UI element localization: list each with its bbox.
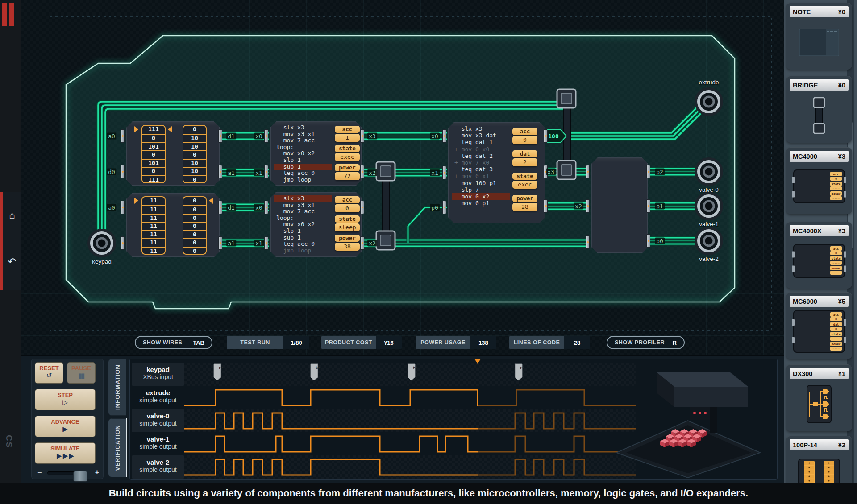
chip-port[interactable]	[360, 165, 364, 178]
acc-register: acc1	[335, 126, 360, 142]
mc4000-chip-bottom[interactable]: slx x3 mov x3 x1 mov 7 accloop: mov x0 x…	[270, 192, 362, 257]
wire-label: a0	[107, 133, 116, 140]
register-label: power	[335, 235, 360, 242]
show-wires-indicator[interactable]: SHOW WIRESTAB	[135, 336, 212, 349]
chip-port[interactable]	[264, 201, 268, 214]
chip-port[interactable]	[218, 201, 222, 214]
reset-icon: ↺	[35, 372, 63, 379]
pause-button[interactable]: PAUSE ▮▮	[67, 362, 96, 384]
palette-item-header: 100P-14¥2	[790, 439, 849, 450]
palette-item-mc4000x[interactable]: MC4000X¥3acc0state----power----	[786, 222, 852, 289]
memory-column: 0000000	[183, 196, 207, 255]
palette-item-header: NOTE¥0	[790, 6, 849, 17]
chip-port[interactable]	[360, 236, 364, 250]
io-label: valve-2	[699, 256, 719, 262]
code-line: teq dat 1	[452, 139, 510, 145]
chip-port[interactable]	[360, 129, 364, 143]
register-value: exec	[335, 153, 360, 161]
wire-label: p2	[655, 169, 665, 175]
memory-chip-top[interactable]: 11101010101011101010010100	[126, 121, 220, 186]
register-value: 28	[512, 203, 537, 211]
chip-port[interactable]	[442, 201, 446, 214]
step-button[interactable]: STEP ▷	[35, 389, 96, 410]
io-label: valve-0	[699, 186, 719, 193]
memory-cell: 0	[183, 230, 206, 238]
caption-text: Build circuits using a variety of compon…	[0, 483, 857, 504]
io-label: keypad	[92, 258, 112, 265]
game-logo: CS	[4, 435, 14, 448]
show-profiler-indicator[interactable]: SHOW PROFILERR	[607, 336, 685, 349]
chip-port[interactable]	[218, 236, 222, 250]
chip-port[interactable]	[264, 236, 268, 250]
slider-track[interactable]	[47, 471, 87, 475]
tab-information[interactable]: INFORMATION	[108, 359, 126, 416]
code-listing[interactable]: slx x3 mov x3 dat teq dat 1+ mov 0 x0 te…	[452, 125, 510, 207]
mc6000-chip[interactable]: slx x3 mov x3 dat teq dat 1+ mov 0 x0 te…	[448, 122, 545, 223]
code-line: mov x0 x2	[274, 150, 332, 157]
chip-port[interactable]	[121, 201, 125, 214]
chip-port[interactable]	[121, 236, 125, 250]
mc4000-chip-top[interactable]: slx x3 mov x3 x1 mov 7 accloop: mov x0 x…	[270, 121, 362, 186]
power-usage-indicator: POWER USAGE138	[416, 336, 496, 349]
chip-port[interactable]	[646, 199, 650, 213]
component-name: MC6000	[793, 298, 817, 305]
code-listing[interactable]: slx x3 mov x3 x1 mov 7 accloop: mov x0 x…	[274, 124, 332, 183]
svg-text:state: state	[831, 257, 840, 260]
undo-icon[interactable]: ↶	[5, 254, 19, 269]
chip-port[interactable]	[360, 201, 364, 214]
code-line: teq dat 3	[452, 166, 510, 173]
palette-item-mc4000[interactable]: MC4000¥3acc0state----power----	[786, 147, 852, 214]
dx300-chip[interactable]	[591, 157, 648, 253]
tab-verification[interactable]: VERIFICATION	[108, 418, 126, 477]
chip-port[interactable]	[218, 129, 222, 143]
chip-port[interactable]	[586, 235, 590, 249]
state-register: stateexec	[512, 173, 537, 189]
lines-of-code-indicator: LINES OF CODE28	[509, 336, 590, 349]
speed-plus[interactable]: +	[95, 468, 99, 476]
home-icon[interactable]: ⌂	[5, 208, 19, 223]
chip-port[interactable]	[121, 129, 125, 143]
chip-port[interactable]	[264, 165, 268, 178]
chip-port[interactable]	[442, 129, 446, 143]
memory-cell: 0	[183, 197, 206, 205]
svg-text:0: 0	[835, 327, 837, 331]
component-price: ¥3	[838, 227, 845, 235]
palette-item-dx300[interactable]: DX300¥1	[786, 364, 852, 431]
advance-button[interactable]: ADVANCE ▶	[35, 416, 96, 437]
reset-button[interactable]: RESET ↺	[35, 362, 63, 384]
code-listing[interactable]: slx x3 mov x3 x1 mov 7 accloop: mov x0 x…	[274, 195, 332, 254]
chip-port[interactable]	[442, 166, 446, 179]
code-line: loop:	[274, 215, 332, 222]
register-value: exec	[512, 181, 537, 189]
wire-label: a1	[226, 169, 236, 176]
chip-port[interactable]	[218, 165, 222, 178]
palette-item-100p-14[interactable]: 100P-14¥2	[786, 436, 852, 483]
speed-minus[interactable]: −	[37, 468, 42, 476]
palette-item-note[interactable]: NOTE¥0	[786, 3, 852, 70]
acc-register: acc0	[512, 128, 537, 144]
slider-thumb[interactable]	[73, 471, 87, 482]
palette-item-mc6000[interactable]: MC6000¥5acc0dat0state----power----	[786, 292, 852, 359]
palette-item-bridge[interactable]: BRIDGE¥0	[786, 76, 852, 143]
memory-cell: 0	[183, 238, 206, 246]
pause-icon: ▮▮	[67, 372, 95, 379]
chip-port[interactable]	[544, 199, 548, 213]
chip-port[interactable]	[586, 165, 590, 178]
memory-column: 111010101010111	[141, 125, 166, 183]
chip-port[interactable]	[264, 129, 268, 143]
simulate-button[interactable]: SIMULATE ▶ ▶ ▶	[35, 442, 96, 464]
wire-label: x1	[430, 169, 440, 176]
signal-label-keypad: keypadXBus input	[132, 363, 184, 386]
chip-port[interactable]	[646, 234, 650, 248]
memory-cell: 10	[183, 134, 206, 142]
chip-port[interactable]	[646, 165, 650, 178]
svg-text:1: 1	[519, 366, 525, 369]
step-icon: ▷	[35, 398, 95, 406]
register-label: dat	[512, 150, 537, 157]
waveform-valve-1	[184, 436, 636, 452]
chip-port[interactable]	[544, 129, 548, 143]
circuit-board-canvas[interactable]: 100000 111010101010111010100101001111111…	[21, 0, 784, 355]
chip-port[interactable]	[121, 165, 125, 178]
memory-chip-bottom[interactable]: 111111111111110000000	[126, 193, 220, 257]
chip-port[interactable]	[586, 199, 590, 213]
